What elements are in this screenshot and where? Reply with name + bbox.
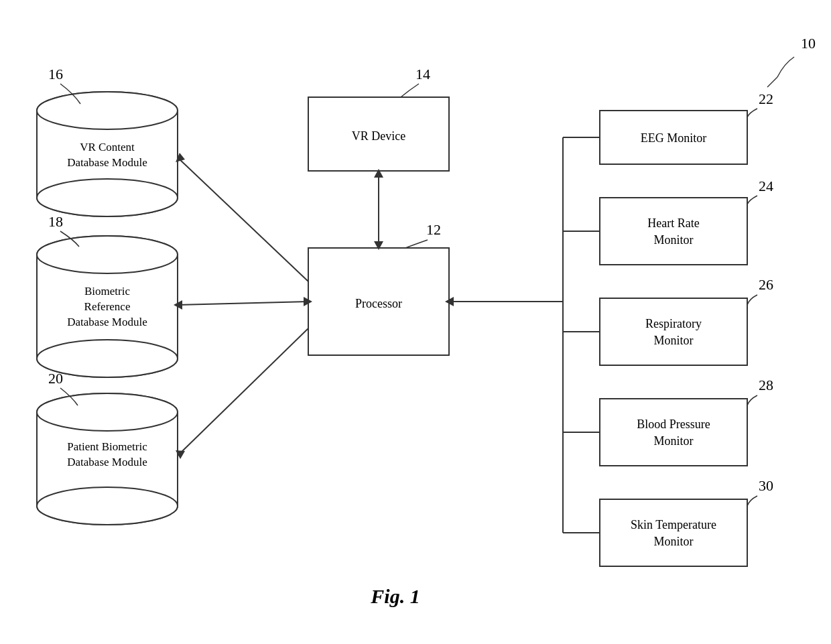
figure-label: Fig. 1	[370, 585, 420, 607]
ref-20: 20	[48, 370, 63, 387]
svg-line-33	[178, 328, 308, 456]
svg-point-8	[37, 92, 178, 129]
heart-rate-monitor-box	[600, 198, 747, 265]
svg-line-28	[178, 157, 308, 281]
biometric-ref-db-label2: Reference	[84, 300, 131, 313]
vr-content-db-label2: Database Module	[67, 156, 147, 169]
vr-device-label: VR Device	[352, 129, 405, 143]
ref-26: 26	[759, 276, 773, 293]
eeg-monitor-label: EEG Monitor	[641, 131, 707, 145]
biometric-ref-db-label1: Biometric	[84, 285, 130, 298]
respiratory-monitor-box	[600, 298, 747, 365]
svg-point-24	[37, 393, 178, 431]
patient-biometric-db-label2: Database Module	[67, 456, 147, 468]
ref-10: 10	[801, 35, 816, 52]
svg-point-23	[37, 487, 178, 525]
ref-14: 14	[416, 66, 430, 82]
svg-line-0	[767, 77, 777, 87]
respiratory-label2: Monitor	[653, 334, 693, 347]
ref-18: 18	[48, 213, 63, 230]
skin-temp-label1: Skin Temperature	[631, 518, 716, 531]
processor-label: Processor	[355, 297, 402, 310]
diagram-container: 10 VR Content Database Module 16 Biometr…	[0, 0, 831, 644]
skin-temp-label2: Monitor	[653, 535, 693, 548]
skin-temp-monitor-box	[600, 499, 747, 566]
ref-28: 28	[759, 377, 773, 393]
blood-pressure-label2: Monitor	[653, 434, 693, 448]
biometric-ref-db-label3: Database Module	[67, 316, 147, 328]
svg-line-30	[178, 302, 308, 305]
heart-rate-label2: Monitor	[653, 233, 693, 247]
ref-24: 24	[759, 178, 773, 194]
respiratory-label1: Respiratory	[645, 317, 702, 330]
blood-pressure-label1: Blood Pressure	[637, 417, 710, 431]
vr-content-db-label1: VR Content	[80, 141, 135, 153]
ref-12: 12	[426, 221, 441, 238]
ref-30: 30	[759, 477, 773, 494]
blood-pressure-monitor-box	[600, 399, 747, 466]
svg-point-16	[37, 236, 178, 273]
heart-rate-label1: Heart Rate	[647, 216, 699, 230]
patient-biometric-db-label1: Patient Biometric	[67, 440, 147, 453]
svg-point-7	[37, 179, 178, 216]
ref-22: 22	[759, 90, 773, 107]
ref-16: 16	[48, 66, 63, 82]
